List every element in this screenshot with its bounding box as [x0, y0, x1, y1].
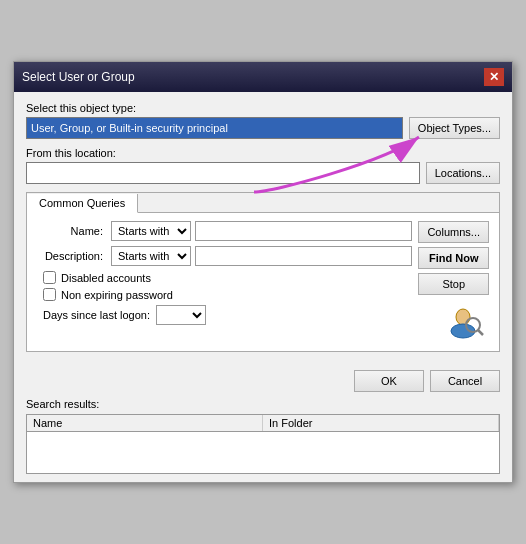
non-expiring-checkbox[interactable]: [43, 288, 56, 301]
description-dropdown[interactable]: Starts with Is exactly Contains: [111, 246, 191, 266]
location-label: From this location:: [26, 147, 500, 159]
tab-content: Name: Starts with Is exactly Contains De…: [27, 213, 499, 351]
days-row: Days since last logon:: [43, 305, 412, 325]
description-label: Description:: [37, 250, 107, 262]
results-header: Name In Folder: [27, 415, 499, 432]
disabled-accounts-label: Disabled accounts: [61, 272, 151, 284]
dialog: Select User or Group ✕ Select this objec…: [13, 61, 513, 483]
description-row: Description: Starts with Is exactly Cont…: [37, 246, 412, 266]
svg-line-4: [478, 330, 483, 335]
name-label: Name:: [37, 225, 107, 237]
disabled-accounts-row: Disabled accounts: [43, 271, 412, 284]
stop-button[interactable]: Stop: [418, 273, 489, 295]
disabled-accounts-checkbox[interactable]: [43, 271, 56, 284]
locations-button[interactable]: Locations...: [426, 162, 500, 184]
dialog-body: Select this object type: Object Types...…: [14, 92, 512, 370]
columns-button[interactable]: Columns...: [418, 221, 489, 243]
ok-button[interactable]: OK: [354, 370, 424, 392]
tab-header: Common Queries: [27, 193, 499, 213]
results-col-folder: In Folder: [263, 415, 499, 431]
title-bar: Select User or Group ✕: [14, 62, 512, 92]
object-types-button[interactable]: Object Types...: [409, 117, 500, 139]
name-dropdown[interactable]: Starts with Is exactly Contains: [111, 221, 191, 241]
find-now-button[interactable]: Find Now: [418, 247, 489, 269]
dialog-title: Select User or Group: [22, 70, 135, 84]
cancel-button[interactable]: Cancel: [430, 370, 500, 392]
results-col-name: Name: [27, 415, 263, 431]
icon-area: [418, 299, 489, 343]
object-type-row: Object Types...: [26, 117, 500, 139]
close-button[interactable]: ✕: [484, 68, 504, 86]
object-type-input[interactable]: [26, 117, 403, 139]
forms-section: Name: Starts with Is exactly Contains De…: [37, 221, 412, 343]
search-people-icon: [445, 303, 485, 339]
forms-and-btns: Name: Starts with Is exactly Contains De…: [37, 221, 489, 343]
object-type-label: Select this object type:: [26, 102, 500, 114]
ok-cancel-row: OK Cancel: [26, 370, 500, 392]
bottom-section: OK Cancel Search results: Name In Folder: [14, 370, 512, 482]
svg-point-1: [456, 309, 470, 325]
results-table: Name In Folder: [26, 414, 500, 474]
name-input[interactable]: [195, 221, 412, 241]
common-queries-tab[interactable]: Common Queries: [27, 194, 138, 213]
name-row: Name: Starts with Is exactly Contains: [37, 221, 412, 241]
description-input[interactable]: [195, 246, 412, 266]
non-expiring-label: Non expiring password: [61, 289, 173, 301]
non-expiring-row: Non expiring password: [43, 288, 412, 301]
right-buttons: Columns... Find Now Stop: [418, 221, 489, 343]
tab-area: Common Queries Name: Starts with Is exac…: [26, 192, 500, 352]
location-row: Locations...: [26, 162, 500, 184]
days-label: Days since last logon:: [43, 309, 150, 321]
days-dropdown[interactable]: [156, 305, 206, 325]
search-results-label: Search results:: [26, 398, 500, 410]
location-input[interactable]: [26, 162, 420, 184]
